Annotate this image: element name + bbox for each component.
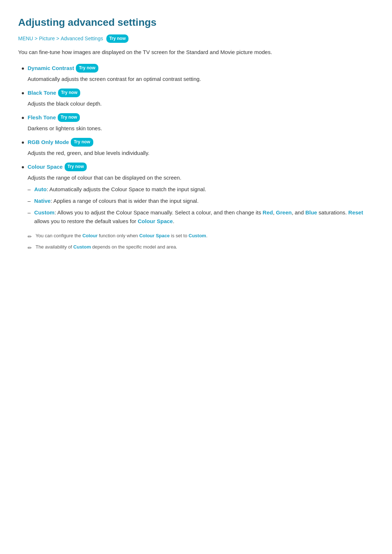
- sub-item-native: – Native: Applies a range of colours tha…: [28, 197, 374, 205]
- notes-container: ✏ You can configure the Colour function …: [28, 232, 374, 255]
- colour-space-sub-list: – Auto: Automatically adjusts the Colour…: [28, 185, 374, 229]
- and-text: , and: [292, 209, 306, 216]
- try-now-badge-black-tone[interactable]: Try now: [58, 89, 80, 97]
- try-now-badge-dynamic-contrast[interactable]: Try now: [76, 64, 98, 72]
- sub-item-native-content: Native: Applies a range of colours that …: [34, 197, 374, 205]
- sub-item-custom-content: Custom: Allows you to adjust the Colour …: [34, 208, 374, 226]
- bullet-dot-1: [22, 67, 24, 70]
- bullet-list: Dynamic Contrast Try now Automatically a…: [18, 64, 374, 255]
- green-link[interactable]: Green: [276, 209, 291, 216]
- custom-note-link[interactable]: Custom: [189, 233, 206, 238]
- list-item-black-tone: Black Tone Try now Adjusts the black col…: [18, 89, 374, 108]
- dynamic-contrast-desc: Automatically adjusts the screen contras…: [22, 75, 374, 83]
- bullet-dot-4: [22, 141, 24, 144]
- intro-text: You can fine-tune how images are display…: [18, 48, 374, 57]
- blue-link[interactable]: Blue: [305, 209, 317, 216]
- black-tone-desc: Adjusts the black colour depth.: [22, 99, 374, 108]
- sub-dash-2: –: [28, 197, 30, 205]
- flesh-tone-desc: Darkens or lightens skin tones.: [22, 124, 374, 133]
- colour-function-link[interactable]: Colour: [82, 233, 98, 238]
- list-item-dynamic-contrast: Dynamic Contrast Try now Automatically a…: [18, 64, 374, 83]
- dynamic-contrast-label[interactable]: Dynamic Contrast: [28, 64, 74, 73]
- list-item-colour-space: Colour Space Try now Adjusts the range o…: [18, 163, 374, 255]
- breadcrumb-sep-1: >: [34, 34, 37, 42]
- custom-text-2: saturations.: [317, 209, 348, 216]
- auto-link[interactable]: Auto: [34, 186, 46, 192]
- auto-text: : Automatically adjusts the Colour Space…: [47, 186, 206, 192]
- breadcrumb-advanced-settings[interactable]: Advanced Settings: [61, 34, 103, 42]
- sub-item-custom: – Custom: Allows you to adjust the Colou…: [28, 208, 374, 226]
- reset-link[interactable]: Reset: [348, 209, 363, 216]
- breadcrumb-picture[interactable]: Picture: [39, 34, 55, 42]
- custom-link[interactable]: Custom: [34, 209, 54, 216]
- custom-text-3: allows you to restore the default values…: [34, 218, 138, 224]
- sub-dash-3: –: [28, 208, 30, 217]
- note-text-1: You can configure the Colour function on…: [36, 232, 374, 240]
- custom-availability-link[interactable]: Custom: [73, 244, 91, 250]
- native-link[interactable]: Native: [34, 198, 50, 204]
- rgb-only-mode-label[interactable]: RGB Only Mode: [28, 138, 69, 147]
- pencil-icon-2: ✏: [28, 244, 32, 252]
- list-item-flesh-tone: Flesh Tone Try now Darkens or lightens s…: [18, 113, 374, 133]
- flesh-tone-label[interactable]: Flesh Tone: [28, 113, 56, 122]
- breadcrumb: MENU > Picture > Advanced Settings Try n…: [18, 34, 374, 43]
- page-title: Adjusting advanced settings: [18, 15, 374, 31]
- red-link[interactable]: Red: [263, 209, 273, 216]
- rgb-only-mode-desc: Adjusts the red, green, and blue levels …: [22, 149, 374, 157]
- try-now-badge-breadcrumb[interactable]: Try now: [106, 34, 128, 43]
- breadcrumb-sep-2: >: [56, 34, 59, 42]
- note-item-1: ✏ You can configure the Colour function …: [28, 232, 374, 241]
- breadcrumb-menu[interactable]: MENU: [18, 34, 33, 42]
- sub-item-auto-content: Auto: Automatically adjusts the Colour S…: [34, 185, 374, 194]
- list-item-rgb-only-mode: RGB Only Mode Try now Adjusts the red, g…: [18, 138, 374, 157]
- try-now-badge-rgb-only-mode[interactable]: Try now: [71, 138, 93, 146]
- try-now-badge-colour-space[interactable]: Try now: [65, 163, 87, 171]
- note-text-2: The availability of Custom depends on th…: [36, 243, 374, 251]
- black-tone-label[interactable]: Black Tone: [28, 89, 56, 97]
- pencil-icon-1: ✏: [28, 233, 32, 241]
- bullet-dot-2: [22, 92, 24, 94]
- native-text: : Applies a range of colours that is wid…: [50, 198, 199, 204]
- colour-space-label[interactable]: Colour Space: [28, 163, 63, 171]
- colour-space-link-inline[interactable]: Colour Space: [138, 218, 173, 224]
- custom-text-1: : Allows you to adjust the Colour Space …: [54, 209, 262, 216]
- sub-item-auto: – Auto: Automatically adjusts the Colour…: [28, 185, 374, 194]
- colour-space-note-link[interactable]: Colour Space: [139, 233, 170, 238]
- try-now-badge-flesh-tone[interactable]: Try now: [58, 113, 80, 122]
- custom-text-4: .: [173, 218, 174, 224]
- note-item-2: ✏ The availability of Custom depends on …: [28, 243, 374, 252]
- bullet-dot-3: [22, 117, 24, 119]
- bullet-dot-5: [22, 166, 24, 168]
- colour-space-desc: Adjusts the range of colour that can be …: [22, 173, 374, 182]
- sub-dash-1: –: [28, 185, 30, 194]
